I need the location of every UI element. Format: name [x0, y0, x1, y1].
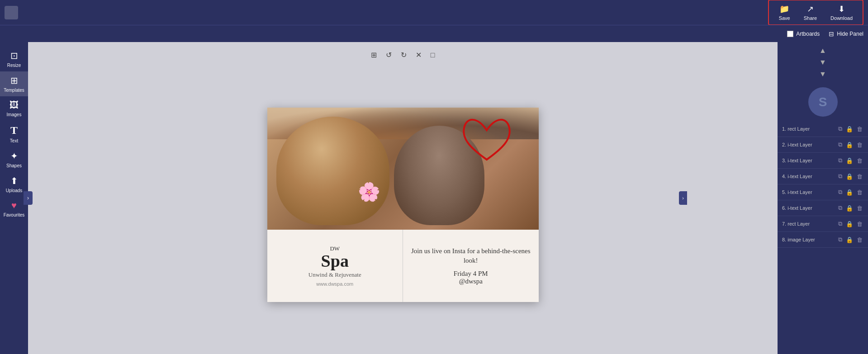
save-label: Save [779, 15, 790, 21]
layer-lock-8[interactable]: 🔒 [845, 236, 854, 244]
spa-url: www.dwspa.com [316, 281, 353, 287]
layer-lock-7[interactable]: 🔒 [845, 220, 854, 228]
invite-text: Join us live on Insta for a behind-the-s… [410, 246, 532, 265]
layer-delete-5[interactable]: 🗑 [856, 189, 863, 196]
grid-tool-button[interactable]: ⊞ [369, 49, 379, 61]
layer-copy-2[interactable]: ⧉ [837, 141, 843, 149]
layer-item-4[interactable]: 4. i-text Layer ⧉ 🔒 🗑 [778, 169, 868, 184]
logo [5, 6, 18, 19]
layer-delete-2[interactable]: 🗑 [856, 141, 863, 149]
layer-lock-1[interactable]: 🔒 [845, 125, 854, 133]
layer-item-8[interactable]: 8. image Layer ⧉ 🔒 🗑 [778, 232, 868, 248]
event-time: Friday 4 PM [454, 270, 488, 278]
spa-tagline: Unwind & Rejuvenate [308, 271, 361, 278]
sidebar-item-text[interactable]: T Text [0, 121, 28, 147]
layer-name-8: 8. image Layer [782, 237, 835, 242]
layer-item-3[interactable]: 3. i-text Layer ⧉ 🔒 🗑 [778, 153, 868, 169]
sidebar-item-images[interactable]: 🖼 Images [0, 96, 28, 121]
right-panel-toggle[interactable]: › [679, 191, 687, 205]
layer-delete-4[interactable]: 🗑 [856, 173, 863, 180]
layer-item-7[interactable]: 7. rect Layer ⧉ 🔒 🗑 [778, 216, 868, 232]
artboards-label: Artboards [796, 31, 820, 37]
layer-lock-3[interactable]: 🔒 [845, 157, 854, 165]
layer-lock-2[interactable]: 🔒 [845, 141, 854, 149]
flower-decoration: 🌸 [358, 181, 380, 203]
layer-item-1[interactable]: 1. rect Layer ⧉ 🔒 🗑 [778, 121, 868, 137]
layer-copy-8[interactable]: ⧉ [837, 236, 843, 244]
spa-name: Spa [321, 252, 349, 269]
sidebar-item-shapes[interactable]: ✦ Shapes [0, 147, 28, 172]
download-label: Download [830, 15, 853, 21]
layer-copy-4[interactable]: ⧉ [837, 172, 843, 180]
panel-up-button[interactable]: ▲ [818, 46, 828, 56]
artboards-checkbox[interactable] [787, 31, 793, 37]
layer-copy-1[interactable]: ⧉ [837, 125, 843, 133]
layer-name-4: 4. i-text Layer [782, 174, 835, 179]
layer-name-3: 3. i-text Layer [782, 158, 835, 163]
design-image-section: 🌸 [267, 108, 539, 230]
save-button[interactable]: 📁 Save [773, 2, 796, 23]
share-button[interactable]: ↗ Share [798, 2, 822, 23]
layer-delete-7[interactable]: 🗑 [856, 220, 863, 228]
hide-panel-toggle[interactable]: ⊟ Hide Panel [829, 30, 863, 38]
text-icon: T [10, 124, 18, 137]
favourites-icon: ♥ [11, 200, 17, 211]
event-handle: @dwspa [459, 278, 483, 285]
resize-icon: ⊡ [10, 50, 18, 61]
resize-label: Resize [7, 63, 21, 68]
main-area: ⊡ Resize ⊞ Templates 🖼 Images T Text ✦ S… [0, 42, 868, 354]
sidebar-item-resize[interactable]: ⊡ Resize [0, 47, 28, 71]
download-button[interactable]: ⬇ Download [825, 2, 858, 23]
toolbar-left [5, 6, 18, 19]
redo-button[interactable]: ↻ [399, 49, 408, 61]
layer-copy-5[interactable]: ⧉ [837, 188, 843, 196]
layer-name-1: 1. rect Layer [782, 126, 835, 132]
hide-panel-label: Hide Panel [837, 31, 863, 37]
fullscreen-button[interactable]: □ [429, 49, 437, 61]
undo-button[interactable]: ↺ [384, 49, 394, 61]
layer-item-6[interactable]: 6. i-text Layer ⧉ 🔒 🗑 [778, 200, 868, 216]
text-label: Text [10, 138, 18, 143]
layer-delete-3[interactable]: 🗑 [856, 157, 863, 165]
panel-down-large-button[interactable]: ▼ [818, 69, 828, 79]
avatar-initial: S [819, 95, 827, 109]
top-toolbar: 📁 Save ↗ Share ⬇ Download [0, 0, 868, 25]
design-canvas[interactable]: 🌸 DW Spa Unwind & Rejuvenate www.dwspa.c… [267, 108, 539, 302]
layers-icon: ⊟ [829, 30, 834, 38]
shapes-label: Shapes [6, 163, 22, 168]
sidebar-expand-arrow[interactable]: › [24, 191, 33, 205]
layer-lock-5[interactable]: 🔒 [845, 189, 854, 196]
templates-label: Templates [4, 88, 24, 93]
secondary-bar: Artboards ⊟ Hide Panel [0, 25, 868, 42]
layer-copy-6[interactable]: ⧉ [837, 204, 843, 212]
layer-name-7: 7. rect Layer [782, 221, 835, 227]
toolbar-action-group: 📁 Save ↗ Share ⬇ Download [768, 0, 863, 25]
images-label: Images [7, 112, 22, 117]
panel-down-small-button[interactable]: ▼ [818, 57, 828, 67]
layer-copy-3[interactable]: ⧉ [837, 156, 843, 165]
spa-info-left: DW Spa Unwind & Rejuvenate www.dwspa.com [267, 230, 403, 302]
uploads-label: Uploads [6, 188, 23, 193]
artboards-toggle[interactable]: Artboards [787, 31, 820, 37]
shapes-icon: ✦ [10, 151, 18, 161]
panel-nav: ▲ ▼ ▼ [778, 42, 868, 83]
close-button[interactable]: ✕ [414, 49, 423, 61]
layers-panel: 1. rect Layer ⧉ 🔒 🗑 2. i-text Layer ⧉ 🔒 … [778, 121, 868, 354]
download-icon: ⬇ [838, 4, 845, 14]
layer-item-2[interactable]: 2. i-text Layer ⧉ 🔒 🗑 [778, 137, 868, 153]
avatar: S [808, 87, 838, 117]
layer-lock-4[interactable]: 🔒 [845, 173, 854, 180]
share-icon: ↗ [807, 4, 814, 14]
images-icon: 🖼 [9, 100, 19, 110]
layer-delete-1[interactable]: 🗑 [856, 125, 863, 133]
sidebar-item-templates[interactable]: ⊞ Templates [0, 71, 28, 96]
layer-delete-6[interactable]: 🗑 [856, 204, 863, 212]
layer-item-5[interactable]: 5. i-text Layer ⧉ 🔒 🗑 [778, 184, 868, 200]
layer-name-6: 6. i-text Layer [782, 205, 835, 211]
layer-lock-6[interactable]: 🔒 [845, 204, 854, 212]
spa-info-right: Join us live on Insta for a behind-the-s… [403, 230, 539, 302]
layer-delete-8[interactable]: 🗑 [856, 236, 863, 244]
canvas-area: ⊞ ↺ ↻ ✕ □ 🌸 [28, 42, 778, 354]
favourites-label: Favourites [4, 212, 25, 217]
layer-copy-7[interactable]: ⧉ [837, 220, 843, 228]
